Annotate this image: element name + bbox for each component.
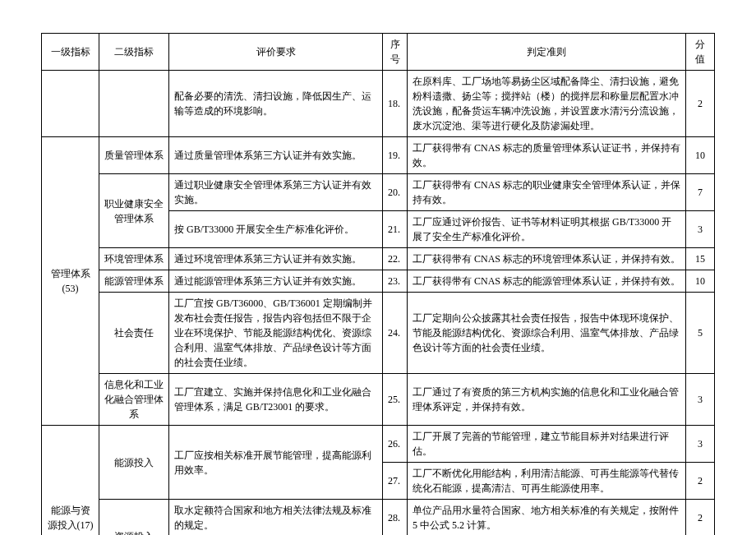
cell-seq: 20. <box>383 174 408 211</box>
cell-score: 2 <box>686 500 715 536</box>
cell-crit: 工厂获得带有 CNAS 标志的质量管理体系认证证书，并保持有效。 <box>408 137 686 174</box>
cell-lvl1: 能源与资源投入(17) <box>42 426 99 536</box>
cell-crit: 单位产品用水量符合国家、地方相关标准的有关规定，按附件 5 中公式 5.2 计算… <box>408 500 686 536</box>
cell-score: 3 <box>686 211 715 248</box>
cell-lvl1 <box>42 71 99 137</box>
cell-score: 2 <box>686 463 715 500</box>
cell-score: 15 <box>686 248 715 270</box>
cell-crit: 工厂定期向公众披露其社会责任报告，报告中体现环境保护、节能及能源结构优化、资源综… <box>408 293 686 374</box>
cell-lvl2: 资源投入 <box>99 500 169 536</box>
header-score: 分值 <box>686 34 715 71</box>
cell-score: 3 <box>686 426 715 463</box>
table-row: 配备必要的清洗、清扫设施，降低因生产、运输等造成的环境影响。 18. 在原料库、… <box>42 71 715 137</box>
cell-lvl2: 信息化和工业化融合管理体系 <box>99 374 169 426</box>
cell-crit: 工厂获得带有 CNAS 标志的环境管理体系认证，并保持有效。 <box>408 248 686 270</box>
cell-seq: 22. <box>383 248 408 270</box>
cell-lvl2: 能源投入 <box>99 426 169 500</box>
cell-crit: 工厂应通过评价报告、证书等材料证明其根据 GB/T33000 开展了安全生产标准… <box>408 211 686 248</box>
header-row: 一级指标 二级指标 评价要求 序号 判定准则 分值 <box>42 34 715 71</box>
header-lvl2: 二级指标 <box>99 34 169 71</box>
cell-lvl2: 社会责任 <box>99 293 169 374</box>
table-row: 能源与资源投入(17) 能源投入 工厂应按相关标准开展节能管理，提高能源利用效率… <box>42 426 715 463</box>
cell-req: 通过质量管理体系第三方认证并有效实施。 <box>169 137 383 174</box>
cell-req: 通过能源管理体系第三方认证并有效实施。 <box>169 270 383 293</box>
cell-seq: 21. <box>383 211 408 248</box>
cell-seq: 24. <box>383 293 408 374</box>
cell-req: 配备必要的清洗、清扫设施，降低因生产、运输等造成的环境影响。 <box>169 71 383 137</box>
cell-seq: 28. <box>383 500 408 536</box>
header-seq: 序号 <box>383 34 408 71</box>
cell-score: 7 <box>686 174 715 211</box>
cell-seq: 18. <box>383 71 408 137</box>
cell-req: 按 GB/T33000 开展安全生产标准化评价。 <box>169 211 383 248</box>
table-row: 能源管理体系 通过能源管理体系第三方认证并有效实施。 23. 工厂获得带有 CN… <box>42 270 715 293</box>
header-crit: 判定准则 <box>408 34 686 71</box>
table-row: 环境管理体系 通过环境管理体系第三方认证并有效实施。 22. 工厂获得带有 CN… <box>42 248 715 270</box>
cell-score: 5 <box>686 293 715 374</box>
table-row: 社会责任 工厂宜按 GB/T36000、GB/T36001 定期编制并发布社会责… <box>42 293 715 374</box>
cell-req: 通过职业健康安全管理体系第三方认证并有效实施。 <box>169 174 383 211</box>
cell-lvl2: 质量管理体系 <box>99 137 169 174</box>
cell-seq: 23. <box>383 270 408 293</box>
cell-seq: 27. <box>383 463 408 500</box>
cell-score: 2 <box>686 71 715 137</box>
cell-req: 工厂应按相关标准开展节能管理，提高能源利用效率。 <box>169 426 383 500</box>
table-row: 资源投入 取水定额符合国家和地方相关法律法规及标准的规定。 28. 单位产品用水… <box>42 500 715 536</box>
table-row: 管理体系(53) 质量管理体系 通过质量管理体系第三方认证并有效实施。 19. … <box>42 137 715 174</box>
cell-lvl1: 管理体系(53) <box>42 137 99 426</box>
cell-seq: 19. <box>383 137 408 174</box>
cell-req: 工厂宜按 GB/T36000、GB/T36001 定期编制并发布社会责任报告，报… <box>169 293 383 374</box>
evaluation-table: 一级指标 二级指标 评价要求 序号 判定准则 分值 配备必要的清洗、清扫设施，降… <box>41 33 715 535</box>
cell-score: 3 <box>686 374 715 426</box>
cell-req: 工厂宜建立、实施并保持信息化和工业化融合管理体系，满足 GB/T23001 的要… <box>169 374 383 426</box>
cell-seq: 25. <box>383 374 408 426</box>
cell-req: 取水定额符合国家和地方相关法律法规及标准的规定。 <box>169 500 383 536</box>
table-row: 信息化和工业化融合管理体系 工厂宜建立、实施并保持信息化和工业化融合管理体系，满… <box>42 374 715 426</box>
cell-req: 通过环境管理体系第三方认证并有效实施。 <box>169 248 383 270</box>
cell-lvl2 <box>99 71 169 137</box>
cell-crit: 工厂不断优化用能结构，利用清洁能源、可再生能源等代替传统化石能源，提高清洁、可再… <box>408 463 686 500</box>
cell-crit: 工厂获得带有 CNAS 标志的职业健康安全管理体系认证，并保持有效。 <box>408 174 686 211</box>
cell-lvl2: 能源管理体系 <box>99 270 169 293</box>
cell-seq: 26. <box>383 426 408 463</box>
cell-crit: 工厂通过了有资质的第三方机构实施的信息化和工业化融合管理体系评定，并保持有效。 <box>408 374 686 426</box>
cell-lvl2: 环境管理体系 <box>99 248 169 270</box>
cell-crit: 工厂获得带有 CNAS 标志的能源管理体系认证，并保持有效。 <box>408 270 686 293</box>
table-row: 职业健康安全管理体系 通过职业健康安全管理体系第三方认证并有效实施。 20. 工… <box>42 174 715 211</box>
header-lvl1: 一级指标 <box>42 34 99 71</box>
header-req: 评价要求 <box>169 34 383 71</box>
cell-crit: 在原料库、工厂场地等易扬尘区域配备降尘、清扫设施，避免粉料遗撒、扬尘等；搅拌站（… <box>408 71 686 137</box>
cell-lvl2: 职业健康安全管理体系 <box>99 174 169 248</box>
cell-score: 10 <box>686 137 715 174</box>
cell-score: 10 <box>686 270 715 293</box>
cell-crit: 工厂开展了完善的节能管理，建立节能目标并对结果进行评估。 <box>408 426 686 463</box>
